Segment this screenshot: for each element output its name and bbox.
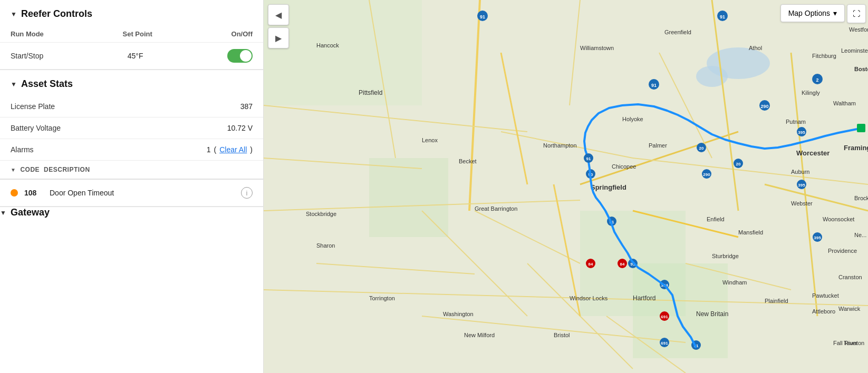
svg-text:395: 395 [798, 183, 805, 188]
svg-text:Framingham: Framingham [844, 144, 868, 152]
svg-text:Attleboro: Attleboro [812, 308, 835, 315]
svg-text:Kilingly: Kilingly [802, 90, 820, 96]
svg-text:New Milford: New Milford [464, 332, 495, 338]
svg-text:Northampton: Northampton [543, 142, 577, 149]
svg-text:691: 691 [661, 341, 668, 346]
alarms-code-col: CODE [20, 166, 40, 173]
alarms-row: Alarms 1 ( Clear All ) [0, 139, 263, 161]
startstop-label: Start/Stop [11, 52, 43, 60]
svg-text:Pawtucket: Pawtucket [812, 292, 839, 299]
alarms-label: Alarms [11, 145, 34, 154]
clear-all-link[interactable]: Clear All [219, 145, 247, 154]
svg-text:Taunton: Taunton [844, 340, 864, 346]
svg-text:Waltham: Waltham [833, 100, 856, 106]
svg-text:Windsor Locks: Windsor Locks [570, 295, 608, 301]
svg-text:Windham: Windham [722, 279, 747, 286]
svg-text:Hartford: Hartford [633, 295, 655, 302]
fullscreen-icon: ⛶ [853, 9, 860, 18]
map-area: 91 91 290 2 91 90 20 20 91 91 84 84 384 … [264, 0, 868, 373]
svg-text:Brock...: Brock... [854, 195, 868, 201]
back-button[interactable]: ◀ [268, 4, 289, 25]
svg-text:84: 84 [589, 262, 593, 267]
svg-text:Springfield: Springfield [591, 183, 626, 191]
onoff-toggle[interactable] [227, 49, 253, 63]
svg-text:91: 91 [480, 14, 485, 19]
battery-voltage-value: 10.72 V [227, 124, 253, 132]
map-options-button[interactable]: Map Options ▾ [780, 4, 845, 22]
svg-text:Plainfield: Plainfield [765, 298, 788, 304]
svg-text:Boston: Boston [854, 66, 868, 72]
svg-text:Auburn: Auburn [791, 169, 809, 175]
svg-text:Stockbridge: Stockbridge [306, 211, 336, 217]
play-button[interactable]: ▶ [268, 27, 289, 48]
svg-text:91: 91 [720, 14, 725, 19]
svg-text:Holyoke: Holyoke [622, 116, 643, 122]
svg-text:Greenfield: Greenfield [664, 29, 691, 35]
svg-text:Webster: Webster [791, 200, 813, 207]
svg-text:Torrington: Torrington [369, 295, 395, 301]
svg-text:Chicopee: Chicopee [612, 163, 636, 170]
gateway-title: Gateway [11, 207, 50, 218]
alarm-info-icon-0[interactable]: i [241, 187, 253, 199]
onoff-label: On/Off [232, 30, 253, 38]
svg-text:Sturbridge: Sturbridge [712, 253, 739, 259]
asset-stats-title: Asset Stats [21, 78, 73, 90]
alarms-value-group: 1 ( Clear All ) [207, 145, 253, 154]
back-icon: ◀ [275, 10, 282, 20]
alarm-desc-0: Door Open Timeout [50, 189, 235, 197]
svg-text:91: 91 [586, 156, 591, 161]
play-icon: ▶ [275, 33, 282, 43]
svg-text:Woonsocket: Woonsocket [823, 216, 854, 222]
svg-text:Athol: Athol [749, 45, 762, 51]
alarms-table-collapse-arrow: ▼ [11, 167, 16, 173]
runmode-label: Run Mode [11, 30, 44, 38]
reefer-controls-title: Reefer Controls [21, 8, 92, 19]
svg-text:20: 20 [699, 146, 704, 151]
alarms-desc-col: DESCRIPTION [44, 166, 90, 173]
map-svg: 91 91 290 2 91 90 20 20 91 91 84 84 384 … [264, 0, 868, 373]
battery-voltage-label: Battery Voltage [11, 124, 61, 132]
onoff-toggle-wrapper[interactable] [227, 49, 253, 63]
svg-text:Washington: Washington [443, 311, 474, 317]
alarms-table-header: ▼ CODE DESCRIPTION [0, 161, 263, 179]
svg-text:290: 290 [760, 104, 768, 109]
asset-collapse-arrow: ▼ [11, 81, 17, 88]
svg-text:Bristol: Bristol [554, 332, 570, 338]
battery-voltage-row: Battery Voltage 10.72 V [0, 117, 263, 139]
reefer-collapse-arrow: ▼ [11, 11, 17, 18]
svg-text:290: 290 [703, 172, 710, 177]
svg-text:Enfield: Enfield [707, 216, 725, 222]
info-icon: i [246, 189, 248, 197]
setpoint-value: 45°F [128, 52, 143, 60]
svg-text:Providence: Providence [828, 248, 857, 254]
svg-text:20: 20 [736, 162, 741, 166]
svg-text:Great Barrington: Great Barrington [475, 205, 517, 212]
svg-text:Worcester: Worcester [796, 149, 830, 157]
fullscreen-button[interactable]: ⛶ [847, 4, 866, 23]
alarms-count: 1 [207, 145, 211, 154]
svg-text:Cranston: Cranston [838, 274, 862, 280]
svg-text:Pittsfield: Pittsfield [359, 89, 382, 96]
svg-text:691: 691 [661, 315, 668, 319]
svg-text:Lenox: Lenox [422, 137, 438, 143]
alarms-paren-close: ) [250, 145, 253, 154]
svg-text:Mansfield: Mansfield [738, 229, 763, 235]
svg-text:Palmer: Palmer [649, 142, 667, 149]
svg-text:Westford: Westford [849, 26, 868, 33]
svg-text:Ne...: Ne... [854, 232, 866, 238]
map-controls: ◀ ▶ [268, 4, 289, 48]
license-plate-label: License Plate [11, 102, 55, 111]
license-plate-value: 387 [240, 102, 253, 111]
svg-text:Leominster: Leominster [841, 47, 868, 54]
svg-text:Hancock: Hancock [316, 42, 339, 48]
alarm-code-0: 108 [24, 189, 43, 197]
svg-rect-119 [857, 124, 865, 132]
alarm-dot-0 [11, 189, 18, 197]
alarms-paren-open: ( [214, 145, 217, 154]
svg-text:Becket: Becket [459, 158, 477, 164]
license-plate-row: License Plate 387 [0, 96, 263, 117]
gateway-header[interactable]: ▼ Gateway [0, 207, 263, 218]
svg-text:Williamstown: Williamstown [580, 45, 614, 51]
asset-stats-header[interactable]: ▼ Asset Stats [0, 70, 263, 96]
reefer-controls-header[interactable]: ▼ Reefer Controls [0, 0, 263, 26]
